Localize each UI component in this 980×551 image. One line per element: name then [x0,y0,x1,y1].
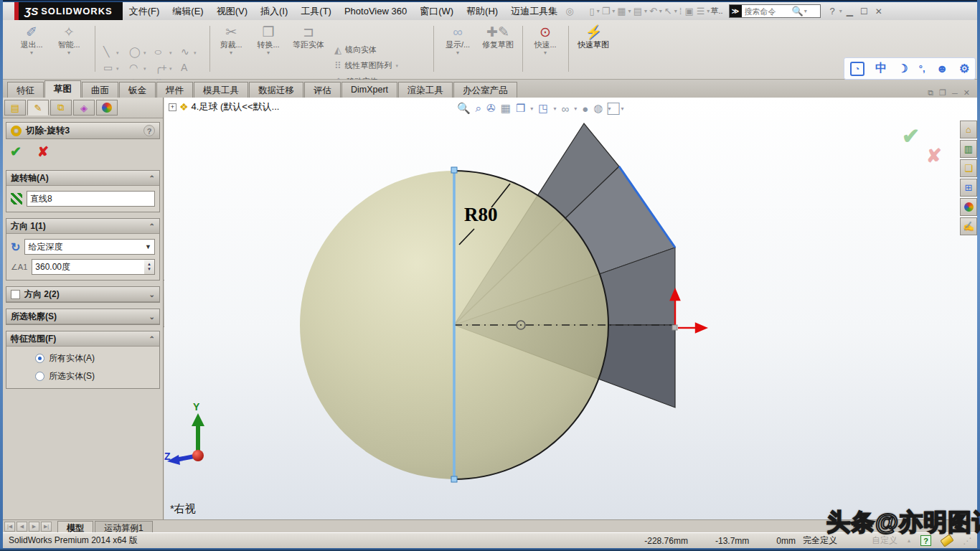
search-caret[interactable]: ▾ [804,8,808,14]
view-settings-icon[interactable]: ◍ [593,102,603,115]
mirror-entities-button[interactable]: ◭镜向实体 [334,44,377,55]
model-tab[interactable]: 模型 [57,521,93,532]
repair-sketch-button[interactable]: ✚✎ 修复草图 [479,24,517,50]
rectangle-caret[interactable]: ▾ [116,66,119,72]
menu-maidi-tools[interactable]: 迈迪工具集 [504,2,564,21]
accept-check-icon[interactable]: ✔ [10,143,22,160]
dimension-text[interactable]: R80 [464,204,498,225]
menu-photoview[interactable]: PhotoView 360 [338,3,413,19]
direction2-checkbox[interactable] [11,290,20,299]
line-caret[interactable]: ▾ [116,50,119,56]
convert-entities-button[interactable]: ❒ 转换... ▾ [253,24,284,56]
tab-office-products[interactable]: 办公室产品 [453,82,517,98]
ellipse-caret[interactable]: ▾ [169,50,172,56]
selected-bodies-option[interactable]: 所选实体(S) [6,367,159,385]
home-tab[interactable]: ⌂ [960,121,977,138]
smart-dimension-button[interactable]: ✧ 智能... ▾ [53,24,85,56]
maximize-button[interactable]: ☐ [857,6,872,17]
zoom-to-area-icon[interactable]: ⌕ [476,102,481,115]
view-orientation-caret[interactable]: ▾ [530,105,533,112]
zoom-magnify-icon[interactable]: ✇ [486,102,496,115]
ime-language-toggle[interactable]: 中 [875,61,887,76]
select-icon[interactable]: ↖ [663,6,674,17]
rapid-sketch-button[interactable]: ⚡ 快速草图 [574,24,613,50]
appearances-tab[interactable] [96,100,118,116]
menu-edit[interactable]: 编辑(E) [166,2,209,21]
search-lens-icon[interactable]: 🔍 [792,6,804,17]
axis-section-header[interactable]: 旋转轴(A) ⌃ [6,171,159,186]
tab-scroll-prev-icon[interactable]: ◀ [17,522,27,532]
open-file-icon[interactable]: ❐ [600,6,612,17]
linear-pattern-button[interactable]: ⠿线性草图阵列▾ [334,60,398,71]
tab-sketch[interactable]: 草图 [44,80,81,98]
file-properties-icon[interactable]: ▣ [683,6,694,17]
view-settings-caret[interactable]: ▾ [608,105,611,112]
search-input[interactable] [742,7,792,16]
arc-caret[interactable]: ▾ [143,66,146,72]
display-style-icon[interactable]: ◳ [538,102,548,115]
appearances-scenes-tab[interactable] [960,198,977,216]
zoom-to-fit-icon[interactable]: 🔍 [457,102,471,115]
ellipse-tool-icon[interactable]: ○ [154,46,162,57]
snaps-caret[interactable]: ▾ [529,50,561,56]
file-explorer-tab[interactable]: ❏ [960,159,977,177]
tab-features[interactable]: 特征 [7,82,44,98]
exit-sketch-caret[interactable]: ▾ [16,50,47,56]
quick-snaps-button[interactable]: ⊙ 快速... ▾ [529,24,561,56]
design-library-tab[interactable]: ▥ [960,140,977,158]
exit-sketch-button[interactable]: ✐ 退出... ▾ [16,24,47,56]
tree-part-name[interactable]: 4.足球 (默认<<默认... [192,100,280,113]
end-condition-dropdown[interactable]: 给定深度 ▼ [24,239,155,255]
camera-caret[interactable]: ▾ [621,105,623,112]
doc-minimize-icon[interactable]: ─ [949,89,961,98]
tree-expand-icon[interactable]: + [169,103,176,111]
fillet-caret[interactable]: ▾ [169,66,172,72]
doc-close-icon[interactable]: ✕ [961,88,973,98]
reverse-direction-icon[interactable]: ↻ [11,240,20,254]
text-tool-icon[interactable]: A [181,62,187,73]
print-icon[interactable]: ▤ [632,6,644,17]
custom-properties-tab[interactable]: ✍ [960,217,977,235]
ime-settings-gear-icon[interactable]: ⚙ [959,62,969,75]
undo-icon[interactable]: ↶ [648,6,659,17]
section-view-icon[interactable]: ▦ [501,102,511,115]
display-style-caret[interactable]: ▾ [554,105,557,112]
ime-fullhalf-moon-icon[interactable]: ☽ [897,62,908,75]
expand-chevron-icon[interactable]: ⌄ [149,313,155,321]
tab-weldments[interactable]: 焊件 [156,82,193,98]
minimize-button[interactable]: ▁ [843,6,857,17]
confirm-accept-icon[interactable]: ✔ [902,123,920,149]
menu-view[interactable]: 视图(V) [210,2,254,21]
pattern-caret[interactable]: ▾ [396,63,399,69]
tab-dimxpert[interactable]: DimXpert [341,82,397,98]
display-relations-button[interactable]: ∞ 显示/... ▾ [442,24,473,56]
menu-help[interactable]: 帮助(H) [460,2,504,21]
collapse-chevron-icon[interactable]: ⌃ [149,174,155,182]
apply-scene-icon[interactable]: ● [582,103,588,115]
dimxpert-manager-tab[interactable]: ◈ [73,100,95,116]
menu-tools[interactable]: 工具(T) [294,2,338,21]
tab-render-tools[interactable]: 渲染工具 [398,82,453,98]
all-bodies-option[interactable]: 所有实体(A) [6,349,159,367]
expand-chevron-icon[interactable]: ⌄ [149,291,155,298]
pin-menu-icon[interactable]: ◎ [564,6,575,17]
circle-tool-icon[interactable]: ◯ [129,46,141,57]
tab-data-migration[interactable]: 数据迁移 [249,82,303,98]
axis-selection-field[interactable]: 直线8 [27,191,155,207]
direction-arrows[interactable] [671,290,706,332]
menu-file[interactable]: 文件(F) [123,2,166,21]
dropdown-caret-icon[interactable]: ▼ [145,243,151,250]
direction2-header[interactable]: 方向 2(2) ⌄ [6,287,159,302]
spline-caret[interactable]: ▾ [194,50,197,56]
display-caret[interactable]: ▾ [442,50,473,56]
all-bodies-radio[interactable] [35,354,44,363]
property-manager-tab[interactable]: ✎ [27,100,49,116]
trim-entities-button[interactable]: ✂ 剪裁... ▾ [215,24,247,56]
spin-up-icon[interactable]: ▲ [147,262,151,267]
doc-restore-icon[interactable]: ❐ [936,88,949,98]
tab-scroll-next-icon[interactable]: ▶ [29,522,39,532]
tab-scroll-last-icon[interactable]: ▶| [41,522,52,532]
spline-tool-icon[interactable]: ∿ [181,46,189,57]
tab-sheet-metal[interactable]: 钣金 [119,82,156,98]
configuration-manager-tab[interactable]: ⧉ [50,100,72,116]
